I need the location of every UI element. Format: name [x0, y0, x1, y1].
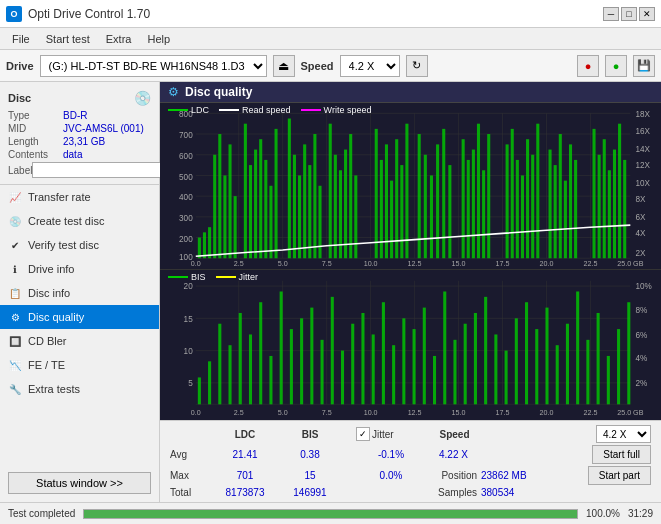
svg-text:12X: 12X: [635, 161, 650, 170]
svg-rect-133: [249, 334, 252, 404]
menu-file[interactable]: File: [4, 31, 38, 47]
max-label: Max: [170, 470, 210, 481]
svg-rect-74: [559, 134, 562, 258]
svg-rect-156: [484, 296, 487, 403]
refresh-button[interactable]: ↻: [406, 55, 428, 77]
save-button[interactable]: 💾: [633, 55, 655, 77]
svg-rect-27: [249, 165, 252, 258]
close-button[interactable]: ✕: [639, 7, 655, 21]
sidebar-item-fe-te[interactable]: 📉 FE / TE: [0, 353, 159, 377]
red-icon-button[interactable]: ●: [577, 55, 599, 77]
jitter-header-label: Jitter: [372, 429, 427, 440]
svg-rect-84: [623, 160, 626, 258]
legend-read-speed: Read speed: [219, 105, 291, 115]
samples-value: 380534: [481, 487, 536, 498]
progress-bar: [83, 509, 578, 519]
svg-rect-145: [372, 334, 375, 404]
sidebar-item-drive-info[interactable]: ℹ Drive info: [0, 257, 159, 281]
svg-text:10: 10: [184, 345, 193, 355]
maximize-button[interactable]: □: [621, 7, 637, 21]
svg-rect-28: [254, 150, 257, 259]
svg-rect-73: [554, 165, 557, 258]
sidebar-item-label: Create test disc: [28, 215, 104, 227]
svg-text:12.5: 12.5: [408, 407, 422, 416]
svg-text:12.5: 12.5: [408, 259, 422, 268]
sidebar-item-disc-info[interactable]: 📋 Disc info: [0, 281, 159, 305]
svg-rect-152: [443, 291, 446, 404]
svg-text:6X: 6X: [635, 213, 646, 222]
svg-rect-79: [598, 155, 601, 258]
svg-rect-35: [298, 175, 301, 258]
speed-select-stats[interactable]: 4.2 X: [596, 425, 651, 443]
menu-extra[interactable]: Extra: [98, 31, 140, 47]
svg-text:7.5: 7.5: [322, 407, 332, 416]
stats-panel: LDC BIS ✓ Jitter Speed 4.2 X Avg 21.41 0…: [160, 420, 661, 502]
elapsed-time: 31:29: [628, 508, 653, 519]
sidebar-item-cd-bler[interactable]: 🔲 CD Bler: [0, 329, 159, 353]
total-ldc: 8173873: [210, 487, 280, 498]
write-speed-color: [301, 109, 321, 111]
legend-jitter: Jitter: [216, 272, 259, 282]
upper-legend: LDC Read speed Write speed: [168, 105, 371, 115]
sidebar-item-disc-quality[interactable]: ⚙ Disc quality: [0, 305, 159, 329]
svg-text:10%: 10%: [635, 281, 652, 291]
status-window-button[interactable]: Status window >>: [8, 472, 151, 494]
svg-rect-155: [474, 313, 477, 404]
drive-select[interactable]: (G:) HL-DT-ST BD-RE WH16NS48 1.D3: [40, 55, 267, 77]
svg-text:2.5: 2.5: [234, 259, 244, 268]
sidebar-item-verify-test-disc[interactable]: ✔ Verify test disc: [0, 233, 159, 257]
avg-label: Avg: [170, 449, 210, 460]
menu-help[interactable]: Help: [139, 31, 178, 47]
disc-quality-icon: ⚙: [8, 310, 22, 324]
bis-color: [168, 276, 188, 278]
svg-text:17.5: 17.5: [496, 407, 510, 416]
ldc-color: [168, 109, 188, 111]
sidebar-item-label: Extra tests: [28, 383, 80, 395]
title-bar: O Opti Drive Control 1.70 ─ □ ✕: [0, 0, 661, 28]
svg-rect-80: [603, 139, 606, 258]
svg-rect-129: [208, 361, 211, 404]
position-value: 23862 MB: [481, 470, 536, 481]
svg-rect-19: [203, 232, 206, 258]
extra-tests-icon: 🔧: [8, 382, 22, 396]
svg-rect-71: [536, 124, 539, 259]
svg-rect-72: [549, 150, 552, 259]
verify-test-disc-icon: ✔: [8, 238, 22, 252]
svg-rect-161: [535, 329, 538, 404]
start-full-button[interactable]: Start full: [592, 445, 651, 464]
speed-select[interactable]: 4.2 X: [340, 55, 400, 77]
menu-start-test[interactable]: Start test: [38, 31, 98, 47]
lower-chart-svg: 20 15 10 5 10% 8% 6% 4% 2% 0.0 2.5 5.0 7…: [160, 270, 661, 420]
svg-rect-150: [423, 307, 426, 404]
sidebar: Disc 💿 Type BD-R MID JVC-AMS6L (001) Len…: [0, 82, 160, 502]
disc-icon: 💿: [134, 90, 151, 106]
svg-text:25.0 GB: 25.0 GB: [617, 259, 643, 268]
jitter-checkbox[interactable]: ✓: [356, 427, 370, 441]
eject-button[interactable]: ⏏: [273, 55, 295, 77]
speed-value: 4.22 X: [426, 449, 481, 460]
sidebar-item-label: Disc quality: [28, 311, 84, 323]
speed-label: Speed: [301, 60, 334, 72]
label-input[interactable]: [32, 162, 165, 178]
sidebar-item-transfer-rate[interactable]: 📈 Transfer rate: [0, 185, 159, 209]
svg-rect-77: [574, 160, 577, 258]
minimize-button[interactable]: ─: [603, 7, 619, 21]
cd-bler-icon: 🔲: [8, 334, 22, 348]
svg-text:14X: 14X: [635, 145, 650, 154]
svg-rect-158: [505, 350, 508, 404]
sidebar-item-extra-tests[interactable]: 🔧 Extra tests: [0, 377, 159, 401]
svg-rect-141: [331, 296, 334, 403]
svg-rect-31: [269, 186, 272, 258]
svg-text:300: 300: [179, 214, 193, 223]
content-area: ⚙ Disc quality LDC Read speed: [160, 82, 661, 502]
svg-rect-59: [462, 139, 465, 258]
svg-rect-144: [361, 313, 364, 404]
sidebar-item-create-test-disc[interactable]: 💿 Create test disc: [0, 209, 159, 233]
svg-rect-21: [213, 155, 216, 258]
start-part-button[interactable]: Start part: [588, 466, 651, 485]
green-icon-button[interactable]: ●: [605, 55, 627, 77]
total-bis: 146991: [280, 487, 340, 498]
max-bis: 15: [280, 470, 340, 481]
mid-label: MID: [8, 123, 63, 134]
drive-label: Drive: [6, 60, 34, 72]
